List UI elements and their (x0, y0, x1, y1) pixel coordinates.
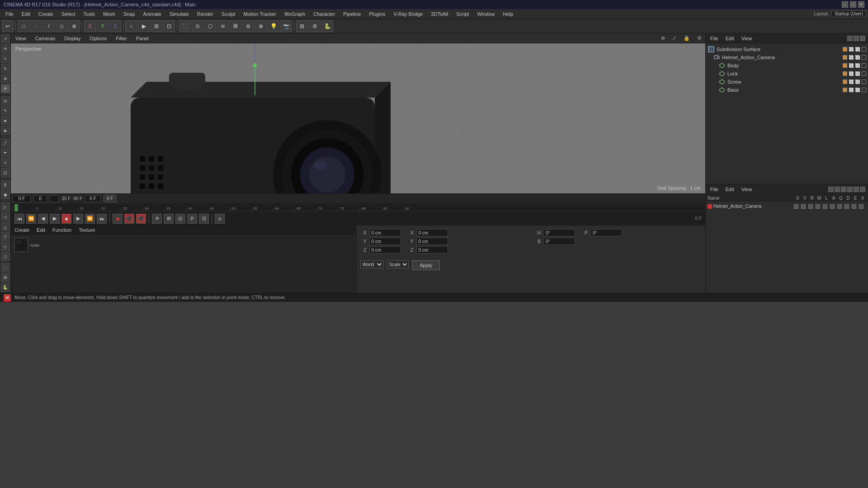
obj-g-cell[interactable] (837, 204, 844, 209)
mode-object[interactable]: □ (18, 20, 29, 32)
maximize-button[interactable]: □ (850, 1, 856, 8)
timeline-start-frame[interactable] (13, 195, 31, 202)
viewport-menu-panel[interactable]: Panel (134, 35, 151, 42)
light-button[interactable]: 💡 (268, 20, 279, 32)
python-button[interactable]: 🐍 (321, 20, 333, 32)
viewport-center-icon[interactable]: ⊕ (661, 35, 665, 41)
menu-mesh[interactable]: Mesh (99, 10, 119, 18)
tree-item-base[interactable]: Base (706, 86, 868, 94)
viewport-menu-filter[interactable]: Filter (114, 35, 128, 42)
apply-button[interactable]: Apply (412, 260, 440, 270)
menu-pipeline[interactable]: Pipeline (340, 10, 364, 18)
viewport-menu-display[interactable]: Display (62, 35, 82, 42)
viewport-expand-icon[interactable]: ⤢ (672, 35, 676, 41)
timeline-loop[interactable] (50, 195, 59, 202)
viewport-menu-cameras[interactable]: Cameras (33, 35, 57, 42)
go-start-button[interactable]: ⏮ (14, 214, 24, 224)
hc-vis[interactable] (862, 55, 866, 60)
obj-x-cell[interactable] (859, 204, 866, 209)
snap-add-button[interactable]: ✛ (152, 214, 162, 224)
boole-button[interactable]: ⊚ (242, 20, 254, 32)
close-button[interactable]: ✕ (858, 1, 864, 8)
display-mode-button[interactable]: ⬛ (179, 20, 191, 32)
tree-item-lock[interactable]: Lock (706, 70, 868, 78)
menu-create[interactable]: Create (35, 10, 57, 18)
plugin-tool[interactable]: ⊞ (1, 273, 10, 282)
view-tool[interactable]: ◎ (1, 96, 10, 105)
viewport-lock-icon[interactable]: 🔒 (684, 35, 690, 41)
attr-btn-3[interactable] (841, 187, 846, 192)
attr-menu-view[interactable]: View (740, 186, 754, 193)
obj-d-cell[interactable] (844, 204, 852, 209)
render-button[interactable]: ▶ (138, 20, 150, 32)
auto-key-button[interactable]: ⚫ (124, 214, 134, 224)
mode-edges[interactable]: / (43, 20, 55, 32)
mode-points[interactable]: · (30, 20, 42, 32)
menu-3dtoall[interactable]: 3DToAll (427, 10, 452, 18)
prev-key-button[interactable]: ⏪ (26, 214, 36, 224)
base-color[interactable] (843, 88, 847, 92)
viewport[interactable]: X Y Perspective Grid Spacing : 1 cm (11, 43, 705, 193)
obj-menu-file[interactable]: File (708, 35, 720, 42)
menu-sculpt[interactable]: Sculpt (218, 10, 239, 18)
pen-tool[interactable]: ✒ (1, 148, 10, 157)
screw-vis[interactable] (862, 80, 866, 84)
menu-simulate[interactable]: Simulate (166, 10, 193, 18)
menu-window[interactable]: Window (473, 10, 498, 18)
stop-button[interactable]: ■ (61, 214, 71, 224)
snap-face-button[interactable]: ⊡ (199, 214, 209, 224)
bp-tool-1[interactable]: ▷ (1, 202, 10, 211)
hc-mat-1[interactable] (849, 55, 854, 60)
subdivision-color-dot[interactable] (843, 47, 847, 52)
screw-color[interactable] (843, 80, 847, 84)
select-live-tool[interactable]: ↗ (1, 34, 10, 43)
render-all-button[interactable]: ⊡ (163, 20, 175, 32)
attr-btn-4[interactable] (847, 187, 853, 192)
polygon-button[interactable]: ⬡ (204, 20, 216, 32)
undo-button[interactable]: ↩ (2, 20, 14, 32)
line-tool[interactable]: ╱ (1, 138, 10, 147)
obj-e-cell[interactable] (852, 204, 859, 209)
obj-menu-view[interactable]: View (740, 35, 754, 42)
menu-render[interactable]: Render (193, 10, 217, 18)
size-y-input[interactable] (416, 238, 448, 245)
obj-l-cell[interactable] (823, 204, 830, 209)
spline-button[interactable]: ≋ (217, 20, 229, 32)
attr-btn-1[interactable] (828, 187, 834, 192)
screw-mat-2[interactable] (855, 80, 860, 84)
tree-item-helmet-camera[interactable]: Helmet_Action_Camera (706, 53, 868, 61)
deform-button[interactable]: ⌘ (230, 20, 241, 32)
tree-item-body[interactable]: Body (706, 61, 868, 70)
mat-menu-create[interactable]: Create (13, 226, 31, 234)
render-region-button[interactable]: ⊞ (151, 20, 162, 32)
magnet-tool[interactable]: $ (1, 180, 10, 189)
body-color[interactable] (843, 63, 847, 68)
snap-grid-button[interactable]: ⊞ (164, 214, 174, 224)
playhead[interactable] (14, 204, 18, 211)
bp-tool-2[interactable]: ◁ (1, 212, 10, 221)
next-frame-button[interactable]: ▶ (73, 214, 83, 224)
subdivision-mat-1[interactable] (849, 47, 854, 52)
move-tool[interactable]: ✛ (1, 44, 10, 53)
attr-menu-edit[interactable]: Edit (724, 186, 736, 193)
soft-select[interactable]: ◉ (1, 190, 10, 199)
obj-menu-edit[interactable]: Edit (724, 35, 736, 42)
scale-tool[interactable]: ⤡ (1, 54, 10, 63)
size-z-input[interactable] (416, 246, 448, 253)
pos-y-input[interactable] (369, 238, 401, 245)
base-mat-1[interactable] (849, 88, 854, 92)
attr-menu-file[interactable]: File (708, 186, 720, 193)
mat-menu-edit[interactable]: Edit (35, 226, 47, 234)
obj-a-cell[interactable] (830, 204, 837, 209)
bp-tool-5[interactable]: ◇ (1, 242, 10, 251)
base-vis[interactable] (862, 88, 866, 92)
menu-animate[interactable]: Animate (140, 10, 165, 18)
mode-polygons[interactable]: ◇ (56, 20, 67, 32)
timeline-out-frame[interactable] (85, 195, 101, 202)
timeline-expand-button[interactable]: ≡ (215, 214, 225, 224)
minimize-button[interactable]: − (842, 1, 848, 8)
menu-plugins[interactable]: Plugins (365, 10, 389, 18)
obj-r-cell[interactable] (808, 204, 816, 209)
nurbs-button[interactable]: ⊙ (192, 20, 203, 32)
menu-character[interactable]: Character (310, 10, 339, 18)
